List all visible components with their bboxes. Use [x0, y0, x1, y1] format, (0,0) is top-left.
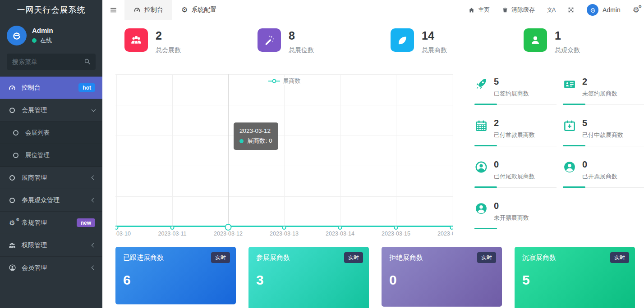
sidebar-item-booth-mgmt[interactable]: 展位管理	[0, 144, 102, 167]
search-input[interactable]	[7, 54, 96, 70]
language-icon[interactable]: 文A	[547, 6, 555, 14]
detail-stat-label: 已签约展商数	[494, 90, 529, 98]
sidebar-item-permission-mgmt[interactable]: 权限管理	[0, 234, 102, 257]
sidebar-item-label: 展商管理	[22, 174, 47, 182]
chart-gridline	[228, 74, 229, 227]
sidebar-item-label: 参展观众管理	[22, 196, 60, 204]
gauge-icon	[133, 6, 141, 14]
tab-label: 系统配置	[191, 6, 216, 14]
chart-gridline	[172, 74, 173, 227]
x-tick-label: 2023-03-15	[382, 231, 410, 237]
sidebar-item-exhibitor-mgmt[interactable]: 展商管理	[0, 167, 102, 189]
tooltip-series-dot-icon	[239, 139, 244, 143]
fullscreen-icon[interactable]	[567, 6, 575, 14]
users-icon	[7, 241, 17, 249]
detail-stat-item: 2 未签约展商数	[563, 77, 644, 118]
stat-value: 2	[156, 30, 181, 42]
detail-stat-value: 5	[494, 77, 529, 87]
chevron-left-icon	[92, 266, 96, 270]
detail-stat-value: 2	[494, 118, 535, 128]
navbar-actions: 主页 清除缓存 文A Admin ⚙⚙	[468, 4, 644, 16]
data-point-marker	[115, 226, 119, 230]
detail-stat-label: 已付首款展商数	[494, 131, 535, 139]
data-point-marker	[338, 226, 342, 230]
circle-icon	[11, 153, 21, 158]
home-icon	[468, 7, 475, 14]
detail-stat-label: 未开票展商数	[494, 214, 529, 222]
sidebar-search	[7, 54, 96, 70]
users-group-icon	[124, 28, 148, 52]
sidebar-item-exhibition-list[interactable]: 会展列表	[0, 122, 102, 144]
main-content: 2 总会展数 8 总展位数 14 总展商数 1 总观众数	[102, 20, 644, 308]
exhibitors-line-chart: 展商数 2023-03-12 展商数: 0 2023-03-102023-03-…	[115, 74, 453, 243]
detail-stat-item: 5 已签约展商数	[474, 77, 563, 118]
sidebar-item-label: 常规管理	[22, 219, 47, 227]
chart-legend[interactable]: 展商数	[266, 77, 303, 85]
stat-label: 总会展数	[156, 46, 181, 54]
sidebar-menu: 控制台 hot 会展管理 会展列表 展位管理 展商管理 参展观众管理 ⚙⚙	[0, 76, 102, 279]
cogs-icon[interactable]: ⚙⚙	[633, 6, 639, 14]
realtime-badge: 实时	[344, 252, 363, 263]
stat-total-exhibitions: 2 总会展数	[124, 28, 258, 54]
tab-system-config[interactable]: ⚙ 系统配置	[172, 0, 225, 20]
detail-stat-value: 0	[494, 159, 535, 170]
detail-stat-item: 0 未开票展商数	[474, 201, 563, 242]
chevron-left-icon	[92, 176, 96, 180]
realtime-cards-row: 已跟进展商数 实时 6 参展展商数 实时 3 拒绝展商数 实时 0 沉寂展商数 …	[115, 247, 635, 308]
x-tick-label: 2023-03-16	[437, 231, 453, 237]
legend-label: 展商数	[283, 77, 301, 85]
detail-stat-label: 已开票展商数	[582, 172, 617, 181]
sidebar-toggle-button[interactable]	[102, 6, 124, 14]
sidebar: 一网天行会展系统 Admin 在线 控制台 hot 会展管理 会展列	[0, 0, 102, 308]
detail-stat-item: 5 已付中款展商数	[563, 118, 644, 159]
data-point-marker	[450, 226, 454, 230]
navbar-user-menu[interactable]: Admin	[587, 4, 621, 16]
sidebar-item-visitor-mgmt[interactable]: 参展观众管理	[0, 189, 102, 212]
sidebar-item-member-mgmt[interactable]: 会员管理	[0, 257, 102, 279]
detail-stat-underline	[563, 104, 644, 105]
chart-plot-area: 展商数 2023-03-12 展商数: 0	[115, 74, 453, 227]
home-label: 主页	[478, 6, 490, 14]
chart-gridline	[116, 74, 117, 227]
x-tick-label: 2023-03-10	[115, 231, 131, 237]
sidebar-item-exhibition-mgmt[interactable]: 会展管理	[0, 99, 102, 122]
user-status: 在线	[32, 36, 53, 45]
hot-badge: hot	[78, 83, 95, 92]
user-status-label: 在线	[40, 36, 52, 45]
detail-stat-value: 2	[582, 77, 617, 87]
user-icon	[524, 28, 547, 52]
stat-total-exhibitors: 14 总展商数	[391, 28, 524, 54]
sidebar-item-dashboard[interactable]: 控制台 hot	[0, 77, 102, 99]
sidebar-item-label: 展位管理	[25, 151, 50, 159]
sidebar-item-general-mgmt[interactable]: ⚙⚙ 常规管理 new	[0, 212, 102, 234]
sidebar-item-label: 权限管理	[22, 241, 47, 249]
data-point-marker	[170, 226, 175, 230]
detail-stat-value: 5	[582, 118, 623, 128]
circle-icon	[11, 130, 21, 136]
card-value: 0	[389, 272, 494, 288]
detail-stat-item: 2 已付首款展商数	[474, 118, 563, 159]
user-circle-icon	[7, 264, 17, 272]
detail-stat-label: 已付尾款展商数	[494, 172, 535, 181]
chart-gridline	[396, 74, 396, 227]
stat-value: 14	[422, 30, 447, 42]
trash-icon	[502, 7, 508, 13]
clear-cache-button[interactable]: 清除缓存	[502, 6, 535, 14]
data-point-marker	[394, 226, 398, 230]
gauge-icon	[7, 84, 17, 92]
stat-value: 1	[555, 30, 580, 42]
data-point-marker	[225, 224, 232, 231]
stat-total-booths: 8 总展位数	[258, 28, 391, 54]
chevron-down-icon	[92, 107, 96, 112]
home-button[interactable]: 主页	[468, 6, 490, 14]
app-title: 一网天行会展系统	[0, 0, 102, 20]
brand-logo-icon	[11, 30, 22, 41]
user-name: Admin	[32, 27, 53, 34]
x-tick-label: 2023-03-11	[158, 231, 186, 237]
card-rejected-exhibitors: 拒绝展商数 实时 0	[382, 247, 502, 307]
detail-stat-label: 未签约展商数	[582, 90, 617, 98]
stat-label: 总展商数	[422, 46, 447, 54]
search-icon[interactable]	[83, 58, 91, 65]
avatar[interactable]	[7, 26, 27, 45]
tab-dashboard[interactable]: 控制台	[124, 0, 172, 20]
